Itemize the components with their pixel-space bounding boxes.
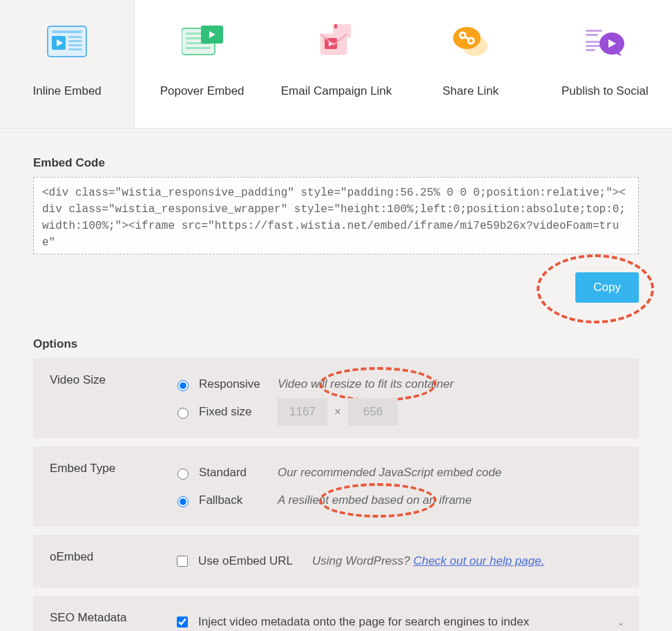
radio-responsive[interactable]: Responsive [174,377,278,391]
tab-label: Email Campaign Link [281,84,392,98]
content-area: Embed Code Copy Options Video Size Respo… [0,129,672,631]
embed-type-label: Embed Type [50,459,174,475]
share-link-icon [448,19,492,64]
seo-label: SEO Metadata [50,608,174,625]
svg-rect-6 [68,44,82,46]
svg-rect-27 [586,34,598,36]
tab-inline-embed[interactable]: Inline Embed [0,0,135,128]
radio-fallback-input[interactable] [177,496,189,507]
email-campaign-icon [314,19,358,64]
oembed-help-link[interactable]: Check out our help page. [413,554,544,567]
svg-rect-26 [586,30,602,32]
height-input[interactable] [348,398,398,426]
width-input[interactable] [278,398,327,426]
tab-label: Popover Embed [160,84,244,98]
svg-rect-16 [334,24,337,28]
standard-desc: Our recommended JavaScript embed code [278,466,501,480]
radio-fixed-input[interactable] [177,408,189,419]
fallback-desc: A resilient embed based on an iframe [278,493,472,507]
tab-popover-embed[interactable]: Popover Embed [135,0,269,128]
radio-fixed[interactable]: Fixed size [174,405,278,419]
svg-rect-30 [586,49,595,51]
radio-fallback[interactable]: Fallback [174,493,278,507]
svg-rect-12 [186,47,211,49]
oembed-desc: Using WordPress? Check out our help page… [312,554,544,568]
tab-label: Share Link [443,84,499,98]
oembed-label: oEmbed [50,547,174,564]
radio-standard-input[interactable] [177,469,189,480]
chevron-down-icon[interactable]: ⌄ [617,616,625,628]
inline-embed-icon [45,19,89,64]
option-row-oembed: oEmbed Use oEmbed URL Using WordPress? C… [33,535,639,596]
checkbox-oembed-input[interactable] [177,556,188,567]
option-row-embed-type: Embed Type Standard Our recommended Java… [33,446,639,535]
radio-responsive-input[interactable] [177,380,189,391]
checkbox-seo-input[interactable] [177,616,188,628]
tab-publish-social[interactable]: Publish to Social [538,0,672,128]
responsive-desc: Video will resize to fit its container [278,377,454,391]
radio-standard[interactable]: Standard [174,466,278,480]
svg-rect-7 [68,48,82,50]
embed-code-textarea[interactable] [33,177,639,254]
option-row-seo: SEO Metadata Inject video metadata onto … [33,596,639,631]
tab-share-link[interactable]: Share Link [403,0,537,128]
svg-rect-4 [68,36,82,38]
svg-rect-1 [52,30,82,33]
embed-tabs: Inline Embed Popover Embed [0,0,672,129]
popover-embed-icon [180,19,224,64]
tab-email-campaign[interactable]: Email Campaign Link [269,0,403,128]
options-title: Options [33,337,639,351]
tab-label: Publish to Social [561,84,649,98]
option-row-video-size: Video Size Responsive Video will resize … [33,358,639,446]
copy-button[interactable]: Copy [575,272,639,303]
video-size-label: Video Size [50,370,174,387]
checkbox-seo[interactable]: Inject video metadata onto the page for … [174,614,529,630]
svg-rect-5 [68,40,82,42]
checkbox-oembed[interactable]: Use oEmbed URL [174,554,312,569]
embed-code-title: Embed Code [33,156,639,170]
tab-label: Inline Embed [33,84,102,98]
publish-social-icon [583,19,627,64]
dimension-separator: × [334,405,341,419]
